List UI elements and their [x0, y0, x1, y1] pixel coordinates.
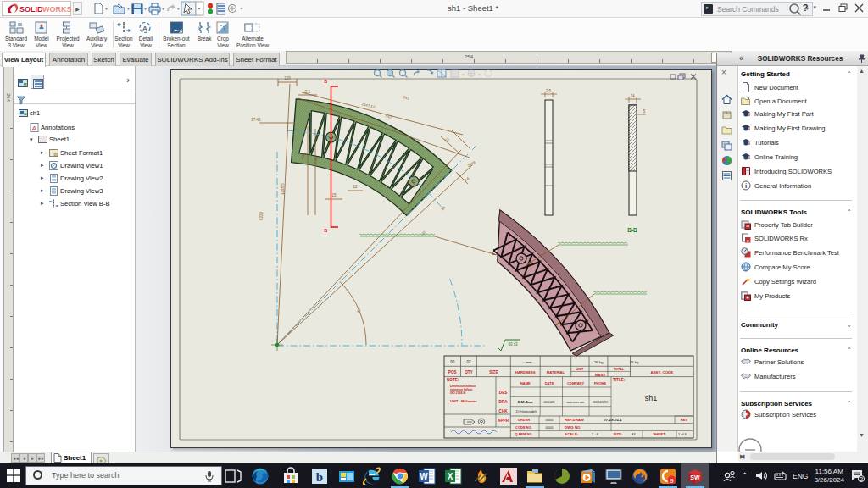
- svg-text:09123456789: 09123456789: [593, 401, 609, 404]
- svg-text:DATE: DATE: [545, 381, 554, 385]
- svg-text:PHONE: PHONE: [594, 381, 607, 385]
- svg-text:B: B: [324, 79, 327, 84]
- svg-text:b: b: [316, 470, 323, 484]
- svg-text:0600621: 0600621: [543, 401, 554, 404]
- svg-text:14: 14: [630, 94, 635, 98]
- svg-text:5: 5: [643, 109, 646, 114]
- svg-text:15: 15: [331, 193, 337, 197]
- svg-text:x: x: [747, 238, 749, 243]
- svg-text:1 : 6: 1 : 6: [592, 432, 599, 436]
- svg-text:REF.DRAW: REF.DRAW: [565, 418, 585, 422]
- svg-text:07-19-01-1: 07-19-01-1: [604, 418, 622, 422]
- svg-text:SIZE:: SIZE:: [613, 432, 623, 436]
- svg-text:B-B: B-B: [627, 227, 637, 233]
- svg-text:20: 20: [420, 230, 426, 236]
- svg-text:60 ±3: 60 ±3: [508, 342, 518, 347]
- svg-text:Q FRM NO.: Q FRM NO.: [515, 432, 532, 436]
- svg-text:ISO 2768-M: ISO 2768-M: [450, 391, 465, 395]
- svg-text:COMPANY: COMPANY: [567, 381, 584, 385]
- svg-text:B: B: [324, 228, 327, 233]
- svg-text:2.4: 2.4: [463, 176, 470, 183]
- svg-text:DWG NO.: DWG NO.: [565, 425, 581, 430]
- svg-text:DES: DES: [499, 391, 507, 395]
- svg-text:51: 51: [444, 136, 450, 142]
- svg-text:REV: REV: [681, 418, 688, 422]
- svg-text:HARDNESS: HARDNESS: [515, 370, 536, 374]
- svg-text:DRA: DRA: [499, 400, 509, 404]
- svg-text:26 kg: 26 kg: [594, 360, 604, 364]
- svg-text:17.46: 17.46: [251, 118, 261, 122]
- svg-text:2906: 2906: [467, 160, 477, 168]
- svg-text:POS: POS: [448, 370, 457, 374]
- svg-text:www.xxxxx.com: www.xxxxx.com: [566, 401, 585, 404]
- svg-text:UNIT: UNIT: [576, 368, 585, 371]
- svg-text:APPR: APPR: [498, 419, 509, 423]
- svg-text:2: 2: [860, 475, 863, 482]
- svg-text:120: 120: [284, 76, 291, 80]
- svg-text:A: A: [142, 25, 147, 32]
- svg-text:NOTE:: NOTE:: [447, 378, 459, 382]
- svg-text:2.1: 2.1: [305, 90, 311, 94]
- svg-text:6229: 6229: [259, 211, 264, 220]
- svg-text:12: 12: [353, 185, 358, 189]
- svg-text:A: A: [32, 124, 37, 131]
- svg-text:W: W: [420, 472, 428, 481]
- svg-text:X: X: [448, 472, 453, 481]
- svg-text:MASS: MASS: [595, 373, 605, 377]
- svg-text:ORDER: ORDER: [518, 418, 531, 422]
- svg-text:TITLE:: TITLE:: [613, 378, 626, 382]
- svg-text:NAME: NAME: [520, 381, 531, 385]
- svg-text:341: 341: [403, 95, 410, 101]
- svg-text:CHK: CHK: [499, 409, 509, 413]
- svg-text:442: 442: [385, 114, 392, 119]
- svg-text:MATERIAL: MATERIAL: [547, 370, 565, 374]
- svg-text:00: 00: [450, 360, 455, 364]
- svg-text:A3: A3: [631, 432, 636, 436]
- svg-text:02: 02: [466, 360, 471, 364]
- svg-text:SW: SW: [690, 474, 700, 480]
- svg-text:1 of 6: 1 of 6: [678, 432, 687, 436]
- svg-text:SCALE:: SCALE:: [565, 432, 579, 436]
- svg-text:sh1: sh1: [645, 394, 658, 402]
- svg-text:9: 9: [670, 477, 674, 485]
- svg-text:E.M.Zare: E.M.Zare: [518, 400, 534, 404]
- svg-text:TOTAL: TOTAL: [614, 368, 625, 371]
- svg-text:D.Eslamzadeh: D.Eslamzadeh: [516, 410, 537, 413]
- svg-text:SOLID: SOLID: [19, 5, 43, 14]
- svg-text:UNIT : Millimeter: UNIT : Millimeter: [450, 399, 477, 403]
- svg-text:0000: 0000: [546, 425, 554, 430]
- svg-text:·· mm: ·· mm: [523, 360, 532, 364]
- svg-text:QTY: QTY: [465, 370, 472, 374]
- svg-text:CODE NO.: CODE NO.: [515, 425, 532, 430]
- svg-text:2.5: 2.5: [546, 89, 552, 93]
- svg-text:SIZE: SIZE: [489, 370, 498, 374]
- svg-text:45°: 45°: [356, 307, 362, 313]
- svg-text:26 kg: 26 kg: [630, 360, 639, 364]
- svg-text:0000: 0000: [546, 418, 554, 422]
- svg-text:WORKS: WORKS: [42, 5, 72, 14]
- svg-text:1298.5: 1298.5: [281, 183, 285, 195]
- svg-text:ASSY. CODE: ASSY. CODE: [651, 370, 674, 374]
- svg-text:SHEET:: SHEET:: [653, 432, 666, 436]
